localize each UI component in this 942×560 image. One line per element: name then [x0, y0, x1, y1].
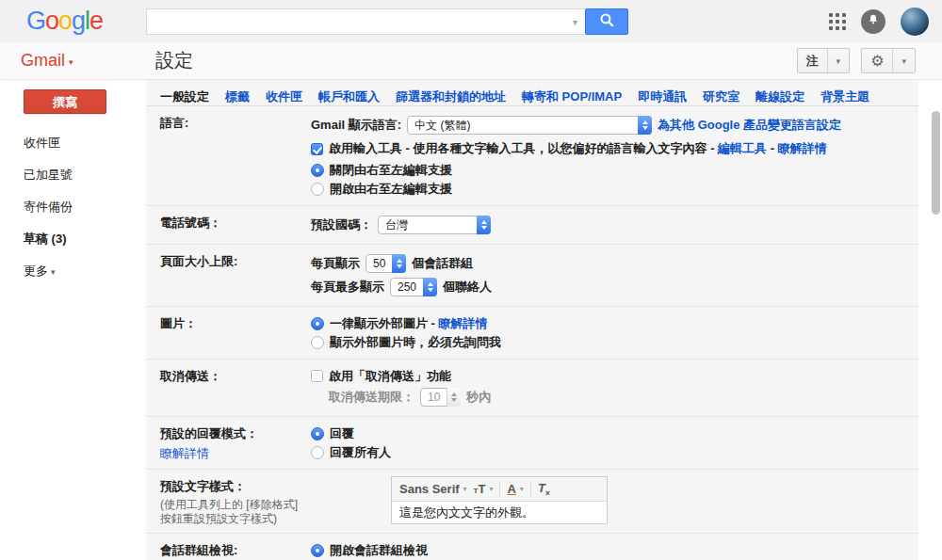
notifications-button[interactable]: [861, 9, 885, 34]
row-label-column: 語言:: [160, 113, 311, 199]
edit-tools-link[interactable]: 編輯工具: [718, 141, 767, 155]
tab-chat[interactable]: 即時通訊: [638, 88, 687, 105]
rtl-off-label: 關閉由右至左編輯支援: [330, 162, 452, 179]
input-tools-checkbox[interactable]: [311, 143, 323, 155]
conversations-per-page-prefix: 每頁顯示: [311, 255, 360, 272]
avatar[interactable]: [901, 8, 929, 36]
tab-general[interactable]: 一般設定: [160, 88, 209, 105]
images-learn-more-link[interactable]: 瞭解詳情: [439, 316, 488, 330]
chevron-down-icon[interactable]: ▾: [827, 49, 850, 72]
gmail-menu-button[interactable]: Gmail ▾: [21, 51, 73, 71]
undo-period-suffix: 秒內: [466, 389, 491, 406]
country-code-value: 台灣: [379, 217, 477, 233]
page-title: 設定: [155, 48, 193, 73]
text-style-preview: 這是您內文文字的外觀。: [392, 502, 607, 523]
row-control-column: 每頁顯示 50 個會話群組 每頁最多顯示 250 個聯絡人: [311, 251, 918, 299]
reply-all-radio[interactable]: [311, 446, 324, 459]
tab-offline[interactable]: 離線設定: [755, 88, 804, 105]
logo-letter: o: [45, 7, 58, 35]
images-label: 圖片：: [160, 316, 197, 330]
text-style-label: 預設文字樣式：: [160, 479, 246, 493]
default-reply-learn-more-link[interactable]: 瞭解詳情: [160, 445, 209, 462]
text-color-icon: A: [507, 482, 515, 496]
tab-accounts-import[interactable]: 帳戶和匯入: [318, 88, 380, 105]
search-input[interactable]: [147, 9, 565, 34]
conversation-on-radio[interactable]: [311, 544, 324, 557]
tab-forwarding-pop-imap[interactable]: 轉寄和 POP/IMAP: [522, 88, 622, 105]
row-label-column: 預設文字樣式： (使用工具列上的 [移除格式] 按鈕重設預設文字樣式): [160, 476, 311, 526]
font-size-button[interactable]: TT▾: [474, 482, 494, 496]
phone-label: 電話號碼：: [160, 216, 221, 230]
chevron-down-icon: ▾: [69, 55, 73, 67]
scrollbar-thumb[interactable]: [932, 111, 940, 215]
text-color-button[interactable]: A▾: [507, 482, 523, 496]
country-code-label: 預設國碼：: [311, 216, 372, 233]
undo-send-checkbox[interactable]: [311, 370, 323, 382]
sidebar-item-drafts[interactable]: 草稿 (3): [0, 223, 146, 255]
input-tools-learn-more-link[interactable]: 瞭解詳情: [778, 141, 827, 155]
toolbar-divider: [499, 482, 500, 497]
settings-tabbar: 一般設定 標籤 收件匣 帳戶和匯入 篩選器和封鎖的地址 轉寄和 POP/IMAP…: [146, 80, 918, 106]
google-logo[interactable]: Google: [26, 7, 103, 36]
undo-send-enable-label: 啟用「取消傳送」功能: [329, 368, 451, 385]
setting-row-default-reply: 預設的回覆模式： 瞭解詳情 回覆 回覆所有人: [146, 416, 918, 469]
sidebar-item-inbox[interactable]: 收件匣: [0, 127, 146, 159]
compose-button[interactable]: 撰寫: [24, 89, 106, 114]
language-label: 語言:: [160, 116, 188, 130]
sidebar-item-starred[interactable]: 已加星號: [0, 159, 146, 191]
contacts-per-page-select[interactable]: 250: [390, 278, 437, 296]
row-label-column: 頁面大小上限:: [160, 251, 311, 299]
profile-badge-label: 注: [798, 49, 827, 72]
settings-main: 一般設定 標籤 收件匣 帳戶和匯入 篩選器和封鎖的地址 轉寄和 POP/IMAP…: [146, 80, 918, 560]
sidebar-item-sent[interactable]: 寄件備份: [0, 191, 146, 223]
top-right-icons: [829, 0, 929, 42]
display-language-value: 中文 (繁體): [408, 118, 638, 134]
toolbar-divider: [530, 482, 531, 497]
country-code-select[interactable]: 台灣: [378, 216, 491, 234]
display-language-label: Gmail 顯示語言:: [311, 117, 401, 134]
sidebar-item-more[interactable]: 更多▾: [0, 255, 146, 287]
content-shell: 撰寫 收件匣 已加星號 寄件備份 草稿 (3) 更多▾ 一般設定 標籤 收件匣 …: [0, 80, 942, 560]
input-tools-rest: - 使用各種文字輸入工具，以您偏好的語言輸入文字內容 -: [402, 141, 718, 155]
search-options-arrow-icon[interactable]: ▾: [565, 17, 585, 27]
row-control-column: 一律顯示外部圖片 - 瞭解詳情 顯示外部圖片時，必須先詢問我: [311, 313, 918, 352]
display-language-select[interactable]: 中文 (繁體): [407, 116, 652, 135]
rtl-on-label: 開啟由右至左編輯支援: [330, 181, 452, 198]
row-control-column: Gmail 顯示語言: 中文 (繁體) 為其他 Google 產品變更語言設定 …: [311, 113, 918, 199]
rtl-on-radio[interactable]: [311, 183, 324, 196]
font-family-button[interactable]: Sans Serif ▾: [399, 482, 467, 496]
select-stepper-icon: [477, 216, 491, 234]
search-box: ▾: [146, 8, 585, 35]
row-label-column: 圖片：: [160, 313, 311, 352]
select-stepper-icon: [447, 388, 461, 407]
tab-themes[interactable]: 背景主題: [820, 88, 869, 105]
select-stepper-icon: [638, 116, 652, 135]
chevron-down-icon: ▾: [892, 49, 915, 72]
tab-inbox[interactable]: 收件匣: [266, 88, 302, 105]
tab-labs[interactable]: 研究室: [703, 88, 739, 105]
conversation-on-label: 開啟會話群組檢視: [330, 542, 428, 559]
apps-grid-icon[interactable]: [829, 13, 846, 30]
row-control-column: 啟用「取消傳送」功能 取消傳送期限： 10 秒內: [311, 366, 918, 409]
tab-filters-blocked[interactable]: 篩選器和封鎖的地址: [396, 88, 506, 105]
search-icon: [599, 12, 615, 31]
change-language-link[interactable]: 為其他 Google 產品變更語言設定: [658, 117, 841, 134]
row-label-column: 取消傳送：: [160, 366, 311, 409]
settings-gear-button[interactable]: ⚙ ▾: [861, 48, 916, 73]
reply-radio[interactable]: [311, 427, 324, 440]
search-button[interactable]: [585, 8, 628, 35]
images-ask-radio[interactable]: [311, 336, 324, 349]
chevron-down-icon: ▾: [51, 267, 56, 277]
reply-option-label: 回覆: [330, 425, 354, 442]
app-bar: Gmail ▾ 設定 注 ▾ ⚙ ▾: [0, 42, 942, 80]
profile-badge-button[interactable]: 注 ▾: [797, 48, 851, 73]
remove-formatting-button[interactable]: T×: [538, 481, 550, 498]
logo-letter: e: [89, 7, 103, 35]
images-always-radio[interactable]: [311, 317, 324, 330]
text-style-note: (使用工具列上的 [移除格式] 按鈕重設預設文字樣式): [160, 498, 311, 526]
gmail-menu-label: Gmail: [21, 51, 65, 71]
tab-labels[interactable]: 標籤: [225, 88, 250, 105]
chevron-down-icon: ▾: [520, 485, 524, 493]
conversations-per-page-select[interactable]: 50: [365, 254, 406, 273]
rtl-off-radio[interactable]: [311, 164, 324, 177]
